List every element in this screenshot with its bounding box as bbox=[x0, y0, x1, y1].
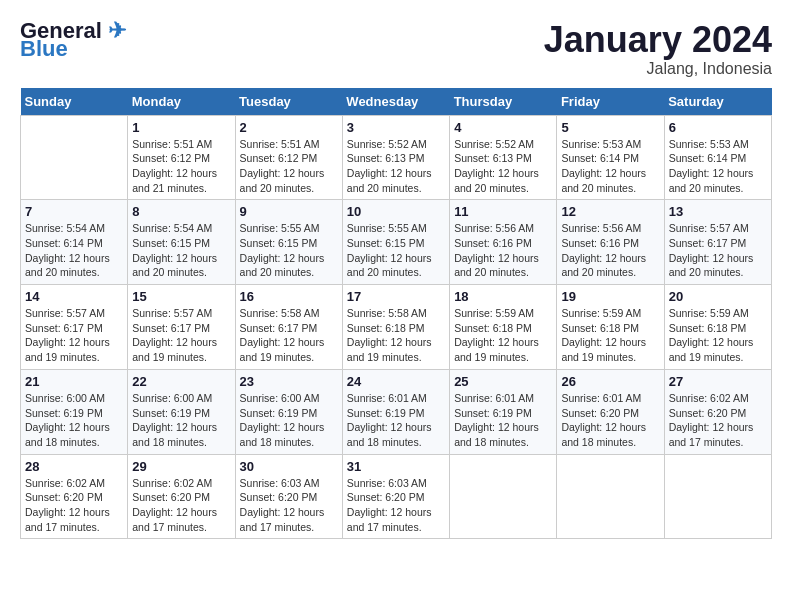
calendar-cell: 12Sunrise: 5:56 AMSunset: 6:16 PMDayligh… bbox=[557, 200, 664, 285]
calendar-cell: 24Sunrise: 6:01 AMSunset: 6:19 PMDayligh… bbox=[342, 369, 449, 454]
day-info: Sunrise: 6:02 AMSunset: 6:20 PMDaylight:… bbox=[669, 391, 767, 450]
calendar-week-3: 14Sunrise: 5:57 AMSunset: 6:17 PMDayligh… bbox=[21, 285, 772, 370]
weekday-header-monday: Monday bbox=[128, 88, 235, 116]
day-info: Sunrise: 6:01 AMSunset: 6:19 PMDaylight:… bbox=[454, 391, 552, 450]
calendar-cell: 1Sunrise: 5:51 AMSunset: 6:12 PMDaylight… bbox=[128, 115, 235, 200]
calendar-cell: 19Sunrise: 5:59 AMSunset: 6:18 PMDayligh… bbox=[557, 285, 664, 370]
day-number: 6 bbox=[669, 120, 767, 135]
title-block: January 2024 Jalang, Indonesia bbox=[544, 20, 772, 78]
day-number: 1 bbox=[132, 120, 230, 135]
day-number: 27 bbox=[669, 374, 767, 389]
calendar-week-4: 21Sunrise: 6:00 AMSunset: 6:19 PMDayligh… bbox=[21, 369, 772, 454]
weekday-header-row: SundayMondayTuesdayWednesdayThursdayFrid… bbox=[21, 88, 772, 116]
day-number: 11 bbox=[454, 204, 552, 219]
day-number: 19 bbox=[561, 289, 659, 304]
day-number: 21 bbox=[25, 374, 123, 389]
day-info: Sunrise: 5:51 AMSunset: 6:12 PMDaylight:… bbox=[240, 137, 338, 196]
day-number: 8 bbox=[132, 204, 230, 219]
calendar-cell: 6Sunrise: 5:53 AMSunset: 6:14 PMDaylight… bbox=[664, 115, 771, 200]
weekday-header-sunday: Sunday bbox=[21, 88, 128, 116]
day-info: Sunrise: 6:03 AMSunset: 6:20 PMDaylight:… bbox=[347, 476, 445, 535]
day-info: Sunrise: 6:01 AMSunset: 6:20 PMDaylight:… bbox=[561, 391, 659, 450]
day-info: Sunrise: 5:52 AMSunset: 6:13 PMDaylight:… bbox=[454, 137, 552, 196]
calendar-cell: 4Sunrise: 5:52 AMSunset: 6:13 PMDaylight… bbox=[450, 115, 557, 200]
day-info: Sunrise: 5:59 AMSunset: 6:18 PMDaylight:… bbox=[454, 306, 552, 365]
weekday-header-wednesday: Wednesday bbox=[342, 88, 449, 116]
day-number: 3 bbox=[347, 120, 445, 135]
day-number: 13 bbox=[669, 204, 767, 219]
calendar-cell: 3Sunrise: 5:52 AMSunset: 6:13 PMDaylight… bbox=[342, 115, 449, 200]
day-number: 9 bbox=[240, 204, 338, 219]
day-info: Sunrise: 5:57 AMSunset: 6:17 PMDaylight:… bbox=[25, 306, 123, 365]
calendar-cell bbox=[557, 454, 664, 539]
weekday-header-friday: Friday bbox=[557, 88, 664, 116]
day-number: 24 bbox=[347, 374, 445, 389]
calendar-cell bbox=[21, 115, 128, 200]
location-title: Jalang, Indonesia bbox=[544, 60, 772, 78]
day-number: 23 bbox=[240, 374, 338, 389]
calendar-cell: 28Sunrise: 6:02 AMSunset: 6:20 PMDayligh… bbox=[21, 454, 128, 539]
day-number: 20 bbox=[669, 289, 767, 304]
logo-blue: Blue bbox=[20, 38, 68, 60]
calendar-cell: 9Sunrise: 5:55 AMSunset: 6:15 PMDaylight… bbox=[235, 200, 342, 285]
calendar-cell bbox=[450, 454, 557, 539]
day-info: Sunrise: 5:59 AMSunset: 6:18 PMDaylight:… bbox=[561, 306, 659, 365]
calendar-cell: 20Sunrise: 5:59 AMSunset: 6:18 PMDayligh… bbox=[664, 285, 771, 370]
day-info: Sunrise: 5:53 AMSunset: 6:14 PMDaylight:… bbox=[561, 137, 659, 196]
day-number: 16 bbox=[240, 289, 338, 304]
calendar-week-1: 1Sunrise: 5:51 AMSunset: 6:12 PMDaylight… bbox=[21, 115, 772, 200]
calendar-cell: 2Sunrise: 5:51 AMSunset: 6:12 PMDaylight… bbox=[235, 115, 342, 200]
day-info: Sunrise: 5:55 AMSunset: 6:15 PMDaylight:… bbox=[347, 221, 445, 280]
weekday-header-thursday: Thursday bbox=[450, 88, 557, 116]
page-header: General ✈ Blue January 2024 Jalang, Indo… bbox=[20, 20, 772, 78]
day-info: Sunrise: 6:00 AMSunset: 6:19 PMDaylight:… bbox=[132, 391, 230, 450]
day-number: 12 bbox=[561, 204, 659, 219]
calendar-cell: 22Sunrise: 6:00 AMSunset: 6:19 PMDayligh… bbox=[128, 369, 235, 454]
day-info: Sunrise: 5:56 AMSunset: 6:16 PMDaylight:… bbox=[561, 221, 659, 280]
day-info: Sunrise: 5:53 AMSunset: 6:14 PMDaylight:… bbox=[669, 137, 767, 196]
logo: General ✈ Blue bbox=[20, 20, 126, 60]
day-info: Sunrise: 5:52 AMSunset: 6:13 PMDaylight:… bbox=[347, 137, 445, 196]
calendar-cell: 14Sunrise: 5:57 AMSunset: 6:17 PMDayligh… bbox=[21, 285, 128, 370]
day-info: Sunrise: 5:54 AMSunset: 6:15 PMDaylight:… bbox=[132, 221, 230, 280]
day-number: 28 bbox=[25, 459, 123, 474]
calendar-cell: 13Sunrise: 5:57 AMSunset: 6:17 PMDayligh… bbox=[664, 200, 771, 285]
calendar-cell: 15Sunrise: 5:57 AMSunset: 6:17 PMDayligh… bbox=[128, 285, 235, 370]
day-info: Sunrise: 6:00 AMSunset: 6:19 PMDaylight:… bbox=[240, 391, 338, 450]
day-info: Sunrise: 6:01 AMSunset: 6:19 PMDaylight:… bbox=[347, 391, 445, 450]
calendar-cell: 29Sunrise: 6:02 AMSunset: 6:20 PMDayligh… bbox=[128, 454, 235, 539]
calendar-cell bbox=[664, 454, 771, 539]
day-number: 26 bbox=[561, 374, 659, 389]
day-info: Sunrise: 5:56 AMSunset: 6:16 PMDaylight:… bbox=[454, 221, 552, 280]
day-number: 17 bbox=[347, 289, 445, 304]
day-info: Sunrise: 5:57 AMSunset: 6:17 PMDaylight:… bbox=[669, 221, 767, 280]
calendar-cell: 18Sunrise: 5:59 AMSunset: 6:18 PMDayligh… bbox=[450, 285, 557, 370]
calendar-cell: 10Sunrise: 5:55 AMSunset: 6:15 PMDayligh… bbox=[342, 200, 449, 285]
weekday-header-tuesday: Tuesday bbox=[235, 88, 342, 116]
day-number: 4 bbox=[454, 120, 552, 135]
day-number: 31 bbox=[347, 459, 445, 474]
calendar-cell: 5Sunrise: 5:53 AMSunset: 6:14 PMDaylight… bbox=[557, 115, 664, 200]
calendar-table: SundayMondayTuesdayWednesdayThursdayFrid… bbox=[20, 88, 772, 540]
calendar-cell: 25Sunrise: 6:01 AMSunset: 6:19 PMDayligh… bbox=[450, 369, 557, 454]
day-number: 5 bbox=[561, 120, 659, 135]
month-title: January 2024 bbox=[544, 20, 772, 60]
calendar-cell: 11Sunrise: 5:56 AMSunset: 6:16 PMDayligh… bbox=[450, 200, 557, 285]
day-info: Sunrise: 5:54 AMSunset: 6:14 PMDaylight:… bbox=[25, 221, 123, 280]
day-number: 22 bbox=[132, 374, 230, 389]
calendar-cell: 23Sunrise: 6:00 AMSunset: 6:19 PMDayligh… bbox=[235, 369, 342, 454]
calendar-cell: 7Sunrise: 5:54 AMSunset: 6:14 PMDaylight… bbox=[21, 200, 128, 285]
day-info: Sunrise: 5:58 AMSunset: 6:18 PMDaylight:… bbox=[347, 306, 445, 365]
day-number: 18 bbox=[454, 289, 552, 304]
calendar-cell: 27Sunrise: 6:02 AMSunset: 6:20 PMDayligh… bbox=[664, 369, 771, 454]
calendar-cell: 26Sunrise: 6:01 AMSunset: 6:20 PMDayligh… bbox=[557, 369, 664, 454]
calendar-cell: 8Sunrise: 5:54 AMSunset: 6:15 PMDaylight… bbox=[128, 200, 235, 285]
calendar-cell: 16Sunrise: 5:58 AMSunset: 6:17 PMDayligh… bbox=[235, 285, 342, 370]
calendar-cell: 21Sunrise: 6:00 AMSunset: 6:19 PMDayligh… bbox=[21, 369, 128, 454]
day-number: 15 bbox=[132, 289, 230, 304]
day-info: Sunrise: 5:55 AMSunset: 6:15 PMDaylight:… bbox=[240, 221, 338, 280]
day-number: 2 bbox=[240, 120, 338, 135]
day-info: Sunrise: 5:51 AMSunset: 6:12 PMDaylight:… bbox=[132, 137, 230, 196]
day-info: Sunrise: 6:02 AMSunset: 6:20 PMDaylight:… bbox=[132, 476, 230, 535]
day-number: 30 bbox=[240, 459, 338, 474]
